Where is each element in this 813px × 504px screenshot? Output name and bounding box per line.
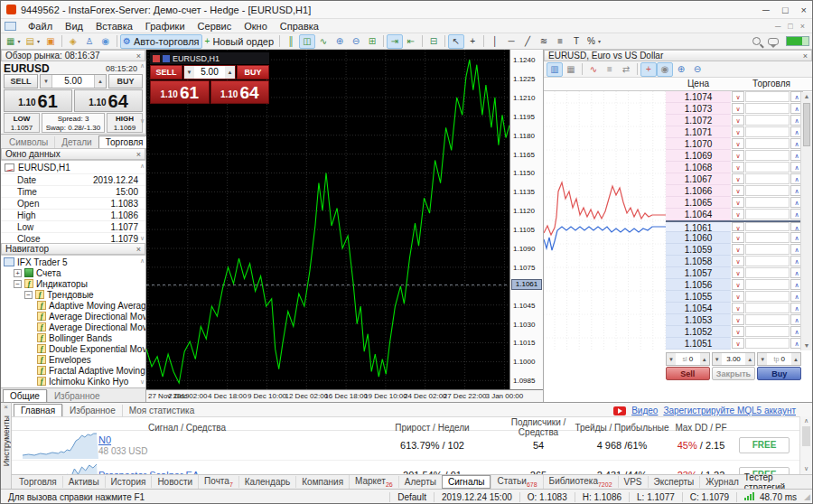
market-watch-close-icon[interactable]: ×: [136, 51, 141, 61]
dom-ask-row[interactable]: 1.1064∨∧: [666, 209, 800, 220]
navigator-indicator-item[interactable]: fAverage Directional Mov: [1, 311, 145, 322]
dom-ask-row[interactable]: 1.1069∨∧: [666, 150, 800, 162]
column-header[interactable]: Подписчики / Средства: [502, 417, 575, 437]
toolbox-tab-active[interactable]: Сигналы: [442, 475, 491, 489]
horizontal-line-icon[interactable]: ─: [503, 34, 519, 49]
dom-sell-tick-icon[interactable]: ∨: [732, 150, 744, 161]
dom-volume-cell[interactable]: [745, 314, 790, 325]
dom-ask-row[interactable]: 1.1067∨∧: [666, 173, 800, 185]
dom-price-cell[interactable]: 1.1068: [666, 162, 731, 173]
navigator-close-icon[interactable]: ×: [136, 245, 141, 254]
dom-volume-cell[interactable]: [745, 338, 790, 349]
dom-volume-cell[interactable]: [745, 222, 790, 231]
dom-volume-cell[interactable]: [745, 115, 790, 126]
dom-price-cell[interactable]: 1.1053: [666, 314, 731, 326]
zoom-out-icon[interactable]: ⊖: [348, 34, 364, 49]
chart-time-axis[interactable]: 27 Nov 20192 Dec 02:004 Dec 18:009 Dec 1…: [146, 389, 543, 402]
dom-volume-cell[interactable]: [745, 126, 790, 137]
navigator-indicator-item[interactable]: fAverage Directional Mov: [1, 322, 145, 332]
dom-sell-tick-icon[interactable]: ∨: [732, 314, 744, 325]
channels-icon[interactable]: ≡: [552, 34, 568, 49]
bars-chart-icon[interactable]: ║: [283, 34, 299, 49]
sl-up-icon[interactable]: ▲: [700, 353, 709, 365]
dom-sell-tick-icon[interactable]: ∨: [732, 303, 744, 313]
dom-grouping-icon[interactable]: ◉: [657, 62, 673, 77]
dom-volume-cell[interactable]: [745, 103, 790, 114]
navigator-indicator-item[interactable]: fFractal Adaptive Moving: [1, 365, 145, 376]
ask-price[interactable]: 1.1064: [210, 80, 270, 104]
dom-orders-table-icon[interactable]: ▦: [563, 62, 579, 77]
dom-zoom-in-icon[interactable]: ⊕: [673, 62, 689, 77]
dom-bid-row[interactable]: 1.1053∨∧: [666, 314, 800, 326]
dom-close-icon[interactable]: ×: [803, 51, 808, 61]
dom-volume-cell[interactable]: [745, 138, 790, 149]
profile-name[interactable]: Default: [389, 492, 434, 502]
dom-ask-row[interactable]: 1.1068∨∧: [666, 162, 800, 173]
navigator-indicator-item[interactable]: fDouble Exponential Movi: [1, 343, 145, 354]
tp-up-icon[interactable]: ▲: [791, 353, 800, 365]
scroll-thumb[interactable]: [802, 426, 810, 446]
dom-sell-tick-icon[interactable]: ∨: [732, 244, 744, 255]
column-header[interactable]: Прирост / Недели: [362, 423, 502, 433]
dom-bid-row[interactable]: 1.1058∨∧: [666, 256, 800, 267]
dom-volume-cell[interactable]: [745, 232, 790, 243]
sl-down-icon[interactable]: ▼: [667, 353, 676, 365]
dom-bid-row[interactable]: 1.1052∨∧: [666, 326, 800, 338]
dom-sell-tick-icon[interactable]: ∨: [732, 326, 744, 337]
dom-volume-cell[interactable]: [745, 291, 790, 302]
video-link[interactable]: Видео: [631, 406, 658, 415]
bid-price[interactable]: 1.1061: [150, 80, 210, 104]
dom-sell-tick-icon[interactable]: ∨: [732, 173, 744, 184]
dom-volume-cell[interactable]: [745, 185, 790, 196]
close-position-button[interactable]: Закрыть: [712, 367, 756, 380]
dom-price-cell[interactable]: 1.1056: [666, 279, 731, 291]
line-chart-icon[interactable]: ∿: [315, 34, 332, 49]
dom-bid-row[interactable]: 1.1057∨∧: [666, 267, 800, 279]
signals-broadcast-icon[interactable]: ◉: [98, 34, 114, 49]
child-close-button[interactable]: ×: [800, 22, 805, 31]
cursor-icon[interactable]: ↖: [448, 34, 464, 49]
dom-ask-row[interactable]: 1.1065∨∧: [666, 197, 800, 209]
mql5-community-icon[interactable]: ▣: [42, 34, 59, 49]
toolbox-tab-item[interactable]: Статьи678: [491, 475, 542, 489]
dom-sell-tick-icon[interactable]: ∨: [732, 232, 744, 243]
column-header[interactable]: Трейды / Прибыльные: [575, 423, 669, 433]
navigator-indicator-item[interactable]: fAdaptive Moving Averag: [1, 300, 145, 311]
collapse-icon[interactable]: −: [14, 280, 22, 288]
dom-volume-cell[interactable]: [745, 197, 790, 208]
menu-item[interactable]: Вид: [59, 21, 89, 32]
video-icon[interactable]: [613, 406, 626, 415]
chart-window-icon[interactable]: [5, 22, 16, 31]
dom-volume-cell[interactable]: [745, 209, 790, 219]
dom-ask-row[interactable]: 1.1072∨∧: [666, 115, 800, 126]
dom-zoom-out-icon[interactable]: ⊖: [689, 62, 706, 77]
templates-icon[interactable]: ⊟: [425, 34, 442, 49]
sell-button[interactable]: Sell: [666, 367, 710, 380]
close-button[interactable]: ×: [801, 5, 807, 15]
widget-settings-icon[interactable]: [163, 55, 170, 62]
navigator-tab-2[interactable]: Избранное: [47, 390, 107, 402]
volume-down-icon[interactable]: ▼: [184, 66, 194, 79]
profiles-icon[interactable]: ▤▾: [23, 34, 42, 49]
signals-tab-1[interactable]: Главная: [14, 404, 62, 416]
navigator-root[interactable]: IFX Trader 5: [1, 257, 145, 267]
scroll-up-icon[interactable]: ∧: [140, 62, 145, 69]
dom-price-cell[interactable]: 1.1067: [666, 173, 731, 185]
expand-icon[interactable]: +: [14, 269, 22, 277]
menu-item[interactable]: Вставка: [89, 21, 139, 32]
dom-price-cell[interactable]: 1.1058: [666, 256, 731, 267]
scroll-up-icon[interactable]: ∧: [140, 257, 145, 264]
resize-grip[interactable]: ◢: [804, 492, 812, 501]
toolbox-close-icon[interactable]: ×: [1, 403, 11, 412]
toolbox-tab-item[interactable]: Торговля: [14, 476, 62, 488]
auto-scroll-icon[interactable]: ⇤: [403, 34, 419, 49]
dom-sell-tick-icon[interactable]: ∨: [732, 126, 744, 137]
column-header-signal[interactable]: Сигнал / Средства: [12, 423, 362, 433]
dom-price-cell[interactable]: 1.1069: [666, 150, 731, 162]
sell-button[interactable]: SELL: [4, 74, 38, 89]
dom-volume-cell[interactable]: [745, 162, 790, 173]
dom-volume-cell[interactable]: [745, 150, 790, 161]
maximize-button[interactable]: □: [782, 5, 789, 15]
navigator-tab-1[interactable]: Общие: [3, 389, 47, 402]
dom-price-cell[interactable]: 1.1072: [666, 115, 731, 126]
